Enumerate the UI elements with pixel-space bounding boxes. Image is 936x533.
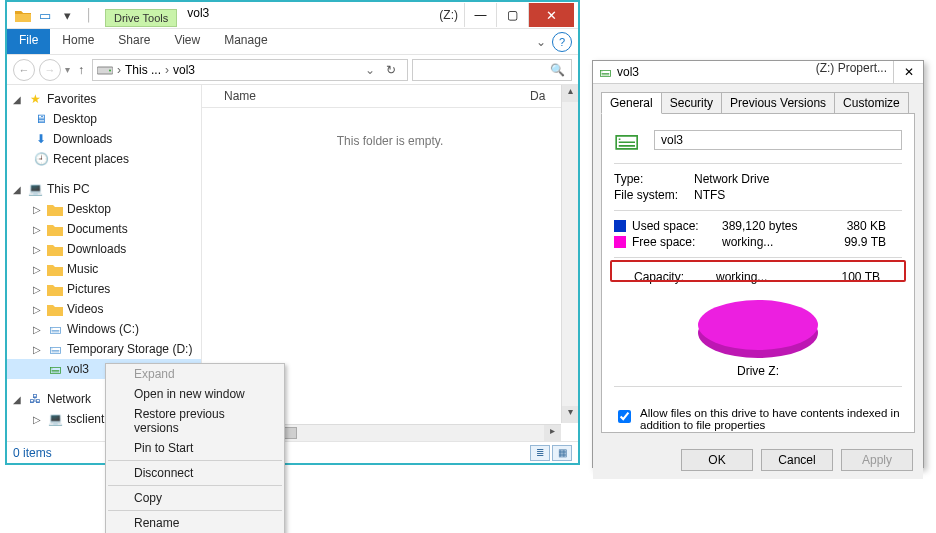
- ctx-restore-versions[interactable]: Restore previous versions: [106, 404, 284, 438]
- expand-icon[interactable]: ▷: [33, 344, 43, 355]
- address-bar[interactable]: › This ... › vol3 ⌄ ↻: [92, 59, 408, 81]
- view-details-button[interactable]: ≣: [530, 445, 550, 461]
- ribbon-tab-manage[interactable]: Manage: [212, 29, 279, 54]
- forward-button[interactable]: →: [39, 59, 61, 81]
- ribbon-tab-view[interactable]: View: [162, 29, 212, 54]
- collapse-icon[interactable]: ◢: [13, 184, 23, 195]
- title-suffix: (Z:) Propert...: [816, 61, 893, 83]
- expand-icon[interactable]: ▷: [33, 244, 43, 255]
- expand-icon[interactable]: ▷: [33, 224, 43, 235]
- qat-dropdown-icon[interactable]: ▾: [57, 5, 77, 25]
- svg-point-1: [109, 69, 111, 71]
- label: Documents: [67, 222, 128, 236]
- minimize-button[interactable]: —: [464, 3, 496, 27]
- collapse-icon[interactable]: ◢: [13, 94, 23, 105]
- ribbon-tab-file[interactable]: File: [7, 29, 50, 54]
- label: Desktop: [53, 112, 97, 126]
- tab-previous-versions[interactable]: Previous Versions: [721, 92, 835, 114]
- indexing-checkbox[interactable]: [618, 410, 631, 423]
- tree-item-desktop[interactable]: ▷ Desktop: [7, 199, 201, 219]
- qat-separator: │: [79, 5, 99, 25]
- type-value: Network Drive: [694, 172, 769, 186]
- tree-group-favorites[interactable]: ◢ ★ Favorites: [7, 89, 201, 109]
- tree-item-windows-c[interactable]: ▷ 🖴 Windows (C:): [7, 319, 201, 339]
- apply-button[interactable]: Apply: [841, 449, 913, 471]
- help-icon[interactable]: ?: [552, 32, 572, 52]
- label: tsclient: [67, 412, 104, 426]
- tab-general[interactable]: General: [601, 92, 662, 114]
- capacity-label: Capacity:: [616, 270, 716, 284]
- label: Recent places: [53, 152, 129, 166]
- tree-item-documents[interactable]: ▷ Documents: [7, 219, 201, 239]
- tree-item-temp-d[interactable]: ▷ 🖴 Temporary Storage (D:): [7, 339, 201, 359]
- tree-item-music[interactable]: ▷ Music: [7, 259, 201, 279]
- drive-caption: Drive Z:: [614, 364, 902, 378]
- chevron-right-icon[interactable]: ›: [165, 63, 169, 77]
- expand-icon[interactable]: ▷: [33, 414, 43, 425]
- ctx-disconnect[interactable]: Disconnect: [106, 463, 284, 483]
- ctx-rename[interactable]: Rename: [106, 513, 284, 533]
- expand-icon[interactable]: ▷: [33, 324, 43, 335]
- tree-group-thispc[interactable]: ◢ 💻 This PC: [7, 179, 201, 199]
- drive-tools-header: Drive Tools: [105, 9, 177, 27]
- expand-icon[interactable]: ▷: [33, 284, 43, 295]
- properties-qat-icon[interactable]: ▭: [35, 5, 55, 25]
- tree-item-downloads[interactable]: ▷ Downloads: [7, 239, 201, 259]
- star-icon: ★: [27, 91, 43, 107]
- close-button[interactable]: ✕: [528, 3, 574, 27]
- volume-name-field[interactable]: vol3: [654, 130, 902, 150]
- view-icons-button[interactable]: ▦: [552, 445, 572, 461]
- tree-item-recent[interactable]: 🕘 Recent places: [7, 149, 201, 169]
- titlebar-right: (Z:) — ▢ ✕: [439, 2, 578, 28]
- capacity-human: 100 TB: [826, 270, 880, 284]
- search-icon: 🔍: [550, 63, 565, 77]
- crumb-leaf[interactable]: vol3: [173, 63, 195, 77]
- refresh-icon[interactable]: ↻: [379, 63, 403, 77]
- maximize-button[interactable]: ▢: [496, 3, 528, 27]
- contextual-tabs: Drive Tools: [105, 2, 177, 28]
- tree-item-pictures[interactable]: ▷ Pictures: [7, 279, 201, 299]
- used-human: 380 KB: [832, 219, 886, 233]
- tree-item-videos[interactable]: ▷ Videos: [7, 299, 201, 319]
- tab-customize[interactable]: Customize: [834, 92, 909, 114]
- up-button[interactable]: ↑: [74, 63, 88, 77]
- ctx-open-new-window[interactable]: Open in new window: [106, 384, 284, 404]
- ctx-copy[interactable]: Copy: [106, 488, 284, 508]
- cancel-button[interactable]: Cancel: [761, 449, 833, 471]
- ribbon-tab-share[interactable]: Share: [106, 29, 162, 54]
- ribbon-collapse-icon[interactable]: ⌄: [530, 35, 552, 49]
- column-name[interactable]: Name: [224, 89, 530, 103]
- scroll-up-icon[interactable]: ▴: [562, 85, 578, 102]
- chevron-right-icon[interactable]: ›: [117, 63, 121, 77]
- label: Downloads: [67, 242, 126, 256]
- separator: [614, 163, 902, 164]
- ok-button[interactable]: OK: [681, 449, 753, 471]
- crumb-root[interactable]: This ...: [125, 63, 161, 77]
- ctx-pin-to-start[interactable]: Pin to Start: [106, 438, 284, 458]
- search-box[interactable]: 🔍: [412, 59, 572, 81]
- expand-icon[interactable]: ▷: [33, 304, 43, 315]
- tree-item-desktop-fav[interactable]: 🖥 Desktop: [7, 109, 201, 129]
- close-button[interactable]: ✕: [893, 61, 923, 83]
- label: Windows (C:): [67, 322, 139, 336]
- ribbon-tab-home[interactable]: Home: [50, 29, 106, 54]
- capacity-pie-chart: [698, 300, 818, 350]
- fs-value: NTFS: [694, 188, 725, 202]
- collapse-icon[interactable]: ◢: [13, 394, 23, 405]
- tree-item-downloads-fav[interactable]: ⬇ Downloads: [7, 129, 201, 149]
- addr-dropdown-icon[interactable]: ⌄: [365, 63, 375, 77]
- expand-icon[interactable]: ▷: [33, 204, 43, 215]
- network-icon: 🖧: [27, 391, 43, 407]
- back-button[interactable]: ←: [13, 59, 35, 81]
- ribbon-tabs: File Home Share View Manage ⌄ ?: [7, 29, 578, 55]
- recent-locations-icon[interactable]: ▾: [65, 64, 70, 75]
- column-headers[interactable]: Name Da: [202, 85, 578, 108]
- vertical-scrollbar[interactable]: ▴ ▾: [561, 85, 578, 423]
- fs-key: File system:: [614, 188, 694, 202]
- scroll-right-icon[interactable]: ▸: [544, 425, 561, 441]
- tab-security[interactable]: Security: [661, 92, 722, 114]
- scroll-down-icon[interactable]: ▾: [562, 406, 578, 423]
- scroll-track[interactable]: [562, 102, 578, 406]
- expand-icon[interactable]: ▷: [33, 264, 43, 275]
- properties-dialog: 🖴 vol3 (Z:) Propert... ✕ General Securit…: [592, 60, 924, 468]
